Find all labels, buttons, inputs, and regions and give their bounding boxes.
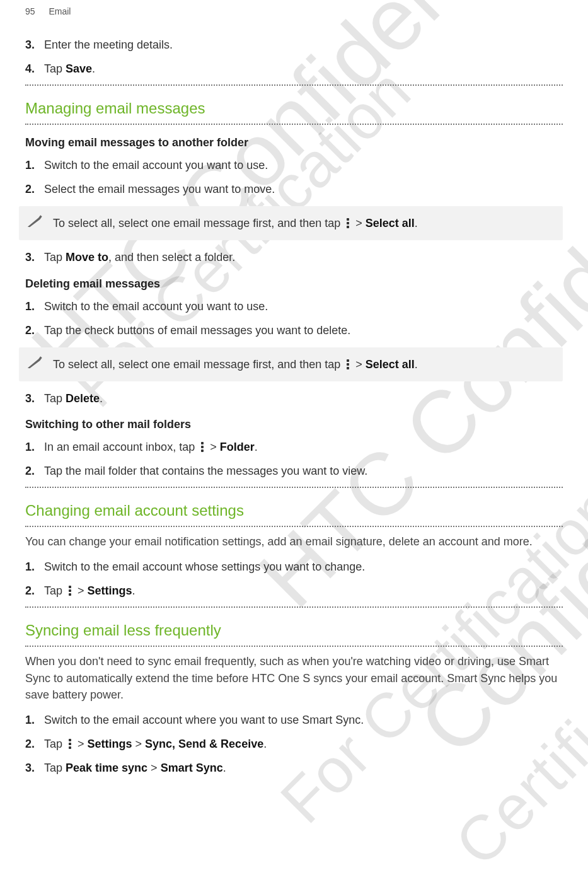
step-text: Tap <box>44 738 66 750</box>
step-text: In an email account inbox, tap <box>44 441 198 453</box>
step-text: Switch to the email account where you wa… <box>44 714 364 726</box>
step-item: 1.Switch to the email account where you … <box>44 712 563 728</box>
step-text: . <box>223 762 226 774</box>
step-text: > <box>132 738 146 750</box>
intro-text: When you don't need to sync email freque… <box>25 653 563 702</box>
tip-text: > <box>352 217 366 229</box>
step-text: Tap the check buttons of email messages … <box>44 324 350 337</box>
step-text: Tap <box>44 62 66 75</box>
ui-label: Move to <box>66 251 108 264</box>
subsection-heading: Switching to other mail folders <box>25 418 563 431</box>
step-text: > <box>74 738 88 750</box>
step-item: 1.Switch to the email account you want t… <box>44 157 563 173</box>
tip-text: To select all, select one email message … <box>53 217 343 229</box>
step-text: Enter the meeting details. <box>44 38 173 51</box>
step-text: . <box>255 441 258 453</box>
step-item: 3.Enter the meeting details. <box>44 37 563 53</box>
section-name: Email <box>49 6 71 16</box>
section-heading: Managing email messages <box>25 100 563 117</box>
step-text: Switch to the email account whose settin… <box>44 560 365 573</box>
page-header: 95 Email <box>25 0 563 29</box>
overflow-menu-icon <box>67 739 73 749</box>
step-text: > <box>74 584 88 597</box>
section-heading: Changing email account settings <box>25 502 563 519</box>
page-number: 95 <box>25 6 35 16</box>
tip-box: To select all, select one email message … <box>19 206 563 240</box>
tip-box: To select all, select one email message … <box>19 347 563 381</box>
step-text: > <box>207 441 220 453</box>
tip-text: . <box>415 217 418 229</box>
tip-text: > <box>352 358 366 371</box>
step-item: 2. Tap > Settings. <box>44 583 563 599</box>
step-item: 1.Switch to the email account you want t… <box>44 298 563 315</box>
pen-icon <box>23 212 45 231</box>
step-item: 3. Tap Peak time sync > Smart Sync. <box>44 760 563 776</box>
subsection-heading: Moving email messages to another folder <box>25 136 563 149</box>
ui-label: Smart Sync <box>161 762 223 774</box>
ui-label: Select all <box>366 217 415 229</box>
intro-text: You can change your email notification s… <box>25 533 563 550</box>
step-item: 3. Tap Move to, and then select a folder… <box>44 249 563 265</box>
overflow-menu-icon <box>345 359 351 369</box>
overflow-menu-icon <box>67 586 73 596</box>
step-text: Switch to the email account you want to … <box>44 159 268 171</box>
ui-label: Settings <box>88 738 132 750</box>
ui-label: Settings <box>88 584 132 597</box>
overflow-menu-icon <box>199 442 205 452</box>
step-text: Switch to the email account you want to … <box>44 300 268 313</box>
step-text: , and then select a folder. <box>108 251 235 264</box>
step-item: 4. Tap Save. <box>44 61 563 77</box>
tip-text: . <box>415 358 418 371</box>
step-item: 2.Select the email messages you want to … <box>44 181 563 197</box>
step-item: 2.Tap the check buttons of email message… <box>44 322 563 339</box>
step-text: Tap <box>44 392 66 405</box>
overflow-menu-icon <box>345 218 351 228</box>
step-item: 2.Tap the mail folder that contains the … <box>44 463 563 479</box>
step-text: Tap <box>44 762 66 774</box>
ui-label: Delete <box>66 392 100 405</box>
subsection-heading: Deleting email messages <box>25 277 563 291</box>
step-text: Tap <box>44 584 66 597</box>
pen-icon <box>23 353 45 371</box>
ui-label: Folder <box>220 441 255 453</box>
step-text: . <box>100 392 103 405</box>
step-item: 3. Tap Delete. <box>44 390 563 407</box>
step-item: 2. Tap > Settings > Sync, Send & Receive… <box>44 736 563 752</box>
step-text: . <box>92 62 95 75</box>
tip-text: To select all, select one email message … <box>53 358 343 371</box>
step-text: Tap <box>44 251 66 264</box>
ui-label: Select all <box>366 358 415 371</box>
step-item: 1.Switch to the email account whose sett… <box>44 559 563 575</box>
step-text: Tap the mail folder that contains the me… <box>44 465 367 477</box>
ui-label: Sync, Send & Receive <box>145 738 263 750</box>
step-text: > <box>147 762 161 774</box>
step-text: . <box>132 584 135 597</box>
step-item: 1. In an email account inbox, tap > Fold… <box>44 439 563 455</box>
ui-label: Peak time sync <box>66 762 147 774</box>
ui-label: Save <box>66 62 92 75</box>
section-heading: Syncing email less frequently <box>25 622 563 639</box>
step-text: . <box>263 738 267 750</box>
step-text: Select the email messages you want to mo… <box>44 183 275 195</box>
